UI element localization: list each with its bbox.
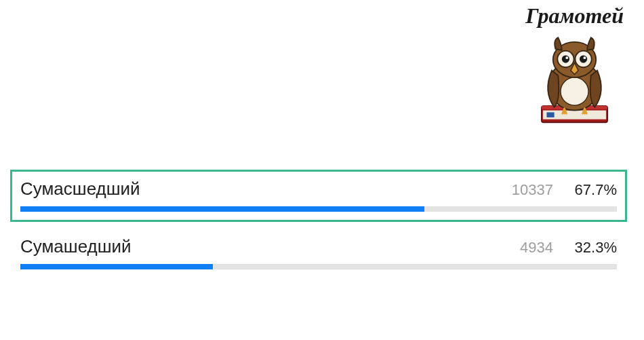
svg-point-5 — [561, 77, 588, 105]
poll-options: Сумасшедший 10337 67.7% Сумашедший 4934 … — [10, 170, 627, 285]
app-title: Грамотей — [525, 3, 624, 29]
option-stats: 4934 32.3% — [520, 239, 617, 257]
option-count: 4934 — [520, 239, 553, 257]
option-label: Сумашедший — [20, 236, 132, 257]
option-label: Сумасшедший — [20, 178, 140, 200]
poll-option[interactable]: Сумасшедший 10337 67.7% — [10, 170, 627, 222]
option-percent: 67.7% — [569, 181, 617, 199]
svg-point-11 — [566, 56, 569, 59]
svg-point-12 — [584, 56, 586, 59]
progress-fill — [20, 206, 424, 212]
option-count: 10337 — [512, 181, 553, 199]
poll-option[interactable]: Сумашедший 4934 32.3% — [10, 227, 627, 280]
option-stats: 10337 67.7% — [512, 181, 617, 199]
svg-point-10 — [580, 55, 587, 62]
option-percent: 32.3% — [569, 239, 617, 257]
svg-rect-3 — [547, 112, 555, 117]
option-header: Сумашедший 4934 32.3% — [20, 236, 617, 257]
option-header: Сумасшедший 10337 67.7% — [20, 178, 617, 200]
svg-point-9 — [562, 55, 569, 62]
progress-track — [20, 206, 617, 212]
progress-fill — [20, 264, 213, 269]
owl-on-book-icon — [536, 31, 613, 126]
app-logo: Грамотей — [525, 3, 624, 126]
progress-track — [20, 264, 617, 269]
